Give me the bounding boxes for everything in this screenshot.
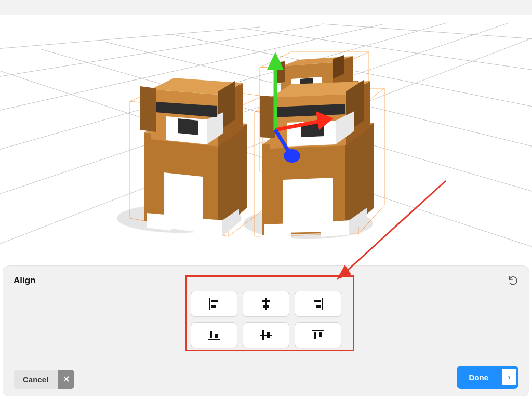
done-group: Done ›	[457, 366, 519, 389]
svg-marker-40	[147, 213, 171, 231]
done-next-button[interactable]: ›	[501, 368, 517, 387]
svg-rect-74	[208, 339, 220, 340]
svg-rect-67	[211, 305, 216, 308]
svg-rect-65	[209, 298, 210, 310]
align-left-button[interactable]	[191, 291, 237, 317]
align-v-center-icon	[258, 328, 274, 342]
align-bottom-icon	[206, 328, 222, 342]
align-right-button[interactable]	[295, 291, 341, 317]
svg-marker-50	[260, 96, 275, 138]
svg-rect-80	[312, 330, 324, 331]
svg-marker-60	[267, 52, 284, 70]
svg-marker-56	[264, 223, 291, 239]
svg-rect-69	[262, 300, 270, 302]
scene-models	[0, 0, 532, 265]
cancel-button[interactable]: Cancel	[14, 370, 58, 389]
svg-rect-77	[260, 335, 272, 336]
viewport-3d[interactable]	[0, 0, 532, 265]
close-icon: ✕	[62, 374, 70, 385]
cancel-close-button[interactable]: ✕	[58, 370, 74, 389]
align-panel: Align	[3, 266, 529, 396]
align-h-center-icon	[258, 297, 274, 311]
svg-rect-78	[262, 330, 264, 340]
svg-rect-76	[215, 334, 218, 338]
align-left-icon	[206, 297, 222, 311]
svg-marker-38	[178, 118, 198, 135]
svg-rect-66	[211, 300, 218, 302]
svg-point-64	[284, 149, 300, 163]
chevron-right-icon: ›	[508, 373, 510, 382]
undo-icon	[508, 275, 519, 286]
cancel-group: Cancel ✕	[14, 370, 74, 389]
svg-rect-71	[322, 298, 323, 310]
undo-button[interactable]	[506, 273, 521, 288]
svg-rect-72	[314, 300, 321, 302]
svg-marker-57	[321, 220, 349, 237]
align-right-icon	[310, 297, 326, 311]
svg-marker-41	[196, 218, 222, 236]
done-button[interactable]: Done	[458, 367, 500, 388]
svg-rect-82	[319, 332, 322, 337]
align-h-center-button[interactable]	[243, 291, 289, 317]
svg-rect-79	[267, 332, 270, 338]
align-v-center-button[interactable]	[243, 322, 289, 348]
svg-marker-34	[140, 86, 156, 132]
align-top-button[interactable]	[295, 322, 341, 348]
svg-rect-70	[263, 305, 269, 308]
dog-left	[140, 78, 247, 236]
svg-rect-75	[210, 331, 212, 338]
svg-rect-81	[314, 332, 316, 339]
align-bottom-button[interactable]	[191, 322, 237, 348]
panel-title: Align	[14, 275, 518, 286]
align-top-icon	[310, 328, 326, 342]
align-buttons-group	[191, 291, 341, 348]
svg-rect-73	[316, 305, 321, 308]
